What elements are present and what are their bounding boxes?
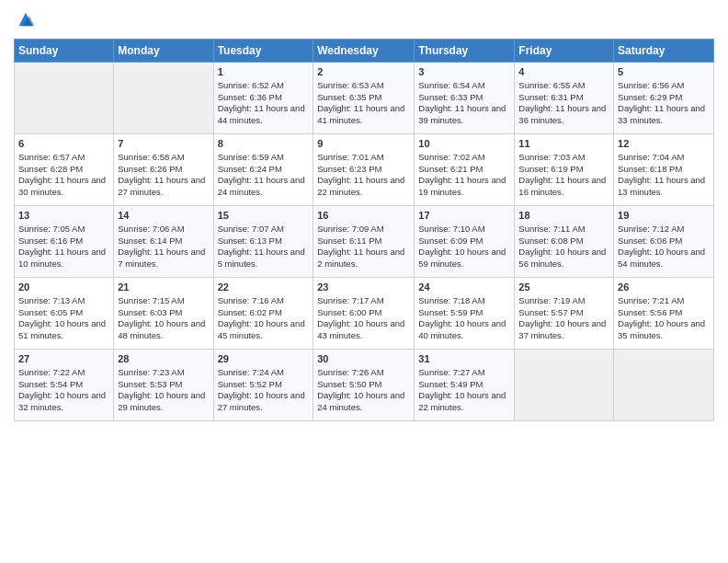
calendar-cell: 28Sunrise: 7:23 AMSunset: 5:53 PMDayligh… bbox=[114, 350, 213, 421]
calendar-cell: 19Sunrise: 7:12 AMSunset: 6:06 PMDayligh… bbox=[614, 206, 714, 278]
day-info: Sunrise: 6:52 AMSunset: 6:36 PMDaylight:… bbox=[218, 80, 310, 127]
day-info: Sunrise: 7:09 AMSunset: 6:11 PMDaylight:… bbox=[317, 224, 410, 270]
calendar-table: SundayMondayTuesdayWednesdayThursdayFrid… bbox=[14, 39, 714, 421]
col-header-tuesday: Tuesday bbox=[213, 40, 313, 63]
calendar-cell: 25Sunrise: 7:19 AMSunset: 5:57 PMDayligh… bbox=[515, 278, 614, 350]
calendar-cell: 3Sunrise: 6:54 AMSunset: 6:33 PMDaylight… bbox=[415, 63, 515, 134]
day-number: 1 bbox=[218, 65, 310, 79]
day-number: 12 bbox=[618, 137, 710, 151]
calendar-cell: 17Sunrise: 7:10 AMSunset: 6:09 PMDayligh… bbox=[415, 206, 515, 278]
day-info: Sunrise: 7:01 AMSunset: 6:23 PMDaylight:… bbox=[317, 152, 410, 199]
calendar-cell: 26Sunrise: 7:21 AMSunset: 5:56 PMDayligh… bbox=[614, 278, 714, 350]
day-info: Sunrise: 6:57 AMSunset: 6:28 PMDaylight:… bbox=[18, 152, 109, 199]
day-number: 29 bbox=[218, 352, 310, 366]
calendar-week-5: 27Sunrise: 7:22 AMSunset: 5:54 PMDayligh… bbox=[15, 350, 714, 421]
calendar-week-4: 20Sunrise: 7:13 AMSunset: 6:05 PMDayligh… bbox=[15, 278, 714, 350]
col-header-saturday: Saturday bbox=[614, 40, 714, 63]
day-info: Sunrise: 7:06 AMSunset: 6:14 PMDaylight:… bbox=[118, 224, 209, 270]
calendar-cell: 21Sunrise: 7:15 AMSunset: 6:03 PMDayligh… bbox=[114, 278, 213, 350]
day-info: Sunrise: 7:13 AMSunset: 6:05 PMDaylight:… bbox=[18, 295, 109, 342]
day-info: Sunrise: 7:22 AMSunset: 5:54 PMDaylight:… bbox=[18, 367, 109, 414]
calendar-cell bbox=[114, 63, 213, 134]
calendar-cell: 22Sunrise: 7:16 AMSunset: 6:02 PMDayligh… bbox=[213, 278, 313, 350]
col-header-wednesday: Wednesday bbox=[313, 40, 415, 63]
calendar-cell: 14Sunrise: 7:06 AMSunset: 6:14 PMDayligh… bbox=[114, 206, 213, 278]
day-info: Sunrise: 7:05 AMSunset: 6:16 PMDaylight:… bbox=[18, 224, 109, 270]
day-number: 5 bbox=[618, 65, 710, 79]
day-number: 19 bbox=[618, 209, 710, 223]
day-info: Sunrise: 7:27 AMSunset: 5:49 PMDaylight:… bbox=[418, 367, 510, 414]
day-number: 8 bbox=[218, 137, 310, 151]
day-number: 15 bbox=[218, 209, 310, 223]
day-number: 4 bbox=[518, 65, 609, 79]
day-info: Sunrise: 6:55 AMSunset: 6:31 PMDaylight:… bbox=[518, 80, 609, 127]
col-header-thursday: Thursday bbox=[415, 40, 515, 63]
calendar-cell bbox=[614, 350, 714, 421]
day-number: 13 bbox=[18, 209, 109, 223]
calendar-cell: 4Sunrise: 6:55 AMSunset: 6:31 PMDaylight… bbox=[515, 63, 614, 134]
day-number: 2 bbox=[317, 65, 410, 79]
calendar-cell: 10Sunrise: 7:02 AMSunset: 6:21 PMDayligh… bbox=[415, 134, 515, 206]
day-info: Sunrise: 6:59 AMSunset: 6:24 PMDaylight:… bbox=[218, 152, 310, 199]
day-number: 14 bbox=[118, 209, 209, 223]
calendar-week-1: 1Sunrise: 6:52 AMSunset: 6:36 PMDaylight… bbox=[15, 63, 714, 134]
day-info: Sunrise: 7:24 AMSunset: 5:52 PMDaylight:… bbox=[218, 367, 310, 414]
day-info: Sunrise: 6:53 AMSunset: 6:35 PMDaylight:… bbox=[317, 80, 410, 127]
day-info: Sunrise: 7:11 AMSunset: 6:08 PMDaylight:… bbox=[518, 224, 609, 270]
calendar-cell: 6Sunrise: 6:57 AMSunset: 6:28 PMDaylight… bbox=[15, 134, 114, 206]
day-number: 6 bbox=[18, 137, 109, 151]
calendar-cell: 29Sunrise: 7:24 AMSunset: 5:52 PMDayligh… bbox=[213, 350, 313, 421]
day-info: Sunrise: 7:02 AMSunset: 6:21 PMDaylight:… bbox=[418, 152, 510, 199]
day-info: Sunrise: 7:03 AMSunset: 6:19 PMDaylight:… bbox=[518, 152, 609, 199]
day-number: 23 bbox=[317, 281, 410, 294]
logo-icon bbox=[16, 9, 36, 29]
day-info: Sunrise: 7:26 AMSunset: 5:50 PMDaylight:… bbox=[317, 367, 410, 414]
calendar-cell: 5Sunrise: 6:56 AMSunset: 6:29 PMDaylight… bbox=[614, 63, 714, 134]
day-number: 25 bbox=[518, 281, 609, 294]
calendar-cell: 20Sunrise: 7:13 AMSunset: 6:05 PMDayligh… bbox=[15, 278, 114, 350]
day-number: 3 bbox=[418, 65, 510, 79]
day-info: Sunrise: 7:17 AMSunset: 6:00 PMDaylight:… bbox=[317, 295, 410, 342]
col-header-sunday: Sunday bbox=[15, 40, 114, 63]
logo bbox=[14, 9, 36, 33]
day-number: 22 bbox=[218, 281, 310, 294]
day-info: Sunrise: 7:15 AMSunset: 6:03 PMDaylight:… bbox=[118, 295, 209, 342]
calendar-cell: 12Sunrise: 7:04 AMSunset: 6:18 PMDayligh… bbox=[614, 134, 714, 206]
day-info: Sunrise: 7:21 AMSunset: 5:56 PMDaylight:… bbox=[618, 295, 710, 342]
calendar-cell: 18Sunrise: 7:11 AMSunset: 6:08 PMDayligh… bbox=[515, 206, 614, 278]
day-number: 31 bbox=[418, 352, 510, 366]
day-info: Sunrise: 7:04 AMSunset: 6:18 PMDaylight:… bbox=[618, 152, 710, 199]
calendar-cell: 24Sunrise: 7:18 AMSunset: 5:59 PMDayligh… bbox=[415, 278, 515, 350]
calendar-cell: 9Sunrise: 7:01 AMSunset: 6:23 PMDaylight… bbox=[313, 134, 415, 206]
day-info: Sunrise: 7:18 AMSunset: 5:59 PMDaylight:… bbox=[418, 295, 510, 342]
day-info: Sunrise: 6:54 AMSunset: 6:33 PMDaylight:… bbox=[418, 80, 510, 127]
col-header-monday: Monday bbox=[114, 40, 213, 63]
calendar-week-2: 6Sunrise: 6:57 AMSunset: 6:28 PMDaylight… bbox=[15, 134, 714, 206]
day-info: Sunrise: 7:12 AMSunset: 6:06 PMDaylight:… bbox=[618, 224, 710, 270]
day-number: 24 bbox=[418, 281, 510, 294]
day-number: 21 bbox=[118, 281, 209, 294]
calendar-cell: 13Sunrise: 7:05 AMSunset: 6:16 PMDayligh… bbox=[15, 206, 114, 278]
calendar-cell: 23Sunrise: 7:17 AMSunset: 6:00 PMDayligh… bbox=[313, 278, 415, 350]
calendar-cell: 27Sunrise: 7:22 AMSunset: 5:54 PMDayligh… bbox=[15, 350, 114, 421]
day-number: 26 bbox=[618, 281, 710, 294]
calendar-week-3: 13Sunrise: 7:05 AMSunset: 6:16 PMDayligh… bbox=[15, 206, 714, 278]
calendar-cell: 8Sunrise: 6:59 AMSunset: 6:24 PMDaylight… bbox=[213, 134, 313, 206]
day-info: Sunrise: 7:10 AMSunset: 6:09 PMDaylight:… bbox=[418, 224, 510, 270]
day-number: 16 bbox=[317, 209, 410, 223]
day-info: Sunrise: 7:23 AMSunset: 5:53 PMDaylight:… bbox=[118, 367, 209, 414]
day-number: 9 bbox=[317, 137, 410, 151]
day-number: 28 bbox=[118, 352, 209, 366]
day-info: Sunrise: 7:07 AMSunset: 6:13 PMDaylight:… bbox=[218, 224, 310, 270]
page-header bbox=[14, 9, 714, 33]
calendar-cell: 16Sunrise: 7:09 AMSunset: 6:11 PMDayligh… bbox=[313, 206, 415, 278]
day-number: 27 bbox=[18, 352, 109, 366]
col-header-friday: Friday bbox=[515, 40, 614, 63]
day-number: 30 bbox=[317, 352, 410, 366]
calendar-cell bbox=[15, 63, 114, 134]
day-number: 17 bbox=[418, 209, 510, 223]
day-number: 18 bbox=[518, 209, 609, 223]
day-info: Sunrise: 7:19 AMSunset: 5:57 PMDaylight:… bbox=[518, 295, 609, 342]
day-info: Sunrise: 6:58 AMSunset: 6:26 PMDaylight:… bbox=[118, 152, 209, 199]
calendar-cell: 31Sunrise: 7:27 AMSunset: 5:49 PMDayligh… bbox=[415, 350, 515, 421]
